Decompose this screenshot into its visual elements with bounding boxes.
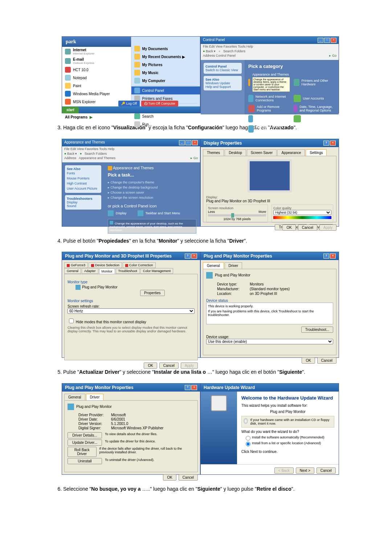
radio-auto[interactable]: Install the software automatically (Reco… (246, 435, 334, 441)
subtab[interactable]: Color Correction (123, 262, 156, 268)
help-icon[interactable]: ? (323, 254, 329, 259)
back-icon[interactable]: ● (64, 152, 66, 155)
subtab[interactable]: Device Selection (89, 262, 122, 268)
go-icon[interactable]: ▸ Go (329, 54, 336, 57)
subtab[interactable]: Adapter (82, 268, 98, 274)
tab-general[interactable]: General (203, 262, 224, 269)
sm-item[interactable]: My Recent Documents ▶ (131, 53, 200, 61)
side-link[interactable]: Fonts (67, 171, 99, 176)
all-programs[interactable]: All Programs ▶ (62, 114, 131, 120)
close-icon[interactable]: × (192, 140, 198, 145)
tab-desktop[interactable]: Desktop (225, 149, 246, 156)
cancel-button[interactable]: Cancel (159, 362, 179, 369)
switch-view-link[interactable]: Switch to Classic View (205, 68, 240, 72)
tab-screensaver[interactable]: Screen Saver (247, 149, 277, 156)
ok-button[interactable]: OK (302, 357, 315, 364)
subtab[interactable]: Troubleshoot (116, 268, 140, 274)
shutdown-button[interactable]: ⏻ Turn Off Computer (141, 101, 178, 106)
go-icon[interactable]: ▸ Go (191, 156, 198, 160)
tab-driver[interactable]: Driver (225, 262, 242, 269)
radio-list[interactable]: Install from a list or specific location… (246, 441, 334, 447)
subtab-monitor[interactable]: Monitor (99, 268, 115, 274)
cancel-button[interactable]: Cancel (179, 474, 198, 481)
ts-link[interactable]: Display (67, 200, 99, 204)
hide-modes-checkbox[interactable] (69, 319, 74, 323)
side-link[interactable]: User Account Picture (67, 186, 99, 191)
sm-item[interactable]: Search (131, 112, 200, 120)
help-icon[interactable]: ? (185, 254, 191, 259)
ok-button[interactable]: OK (282, 224, 295, 231)
sm-item[interactable]: My Pictures (131, 61, 200, 69)
driver-details-button[interactable]: Driver Details... (68, 432, 102, 438)
minimize-icon[interactable]: _ (179, 140, 185, 145)
task-link[interactable]: ▸ Change the desktop background (108, 185, 196, 190)
update-driver-button[interactable]: Update Driver... (68, 439, 102, 446)
task-link[interactable]: ▸ Change the screen resolution (108, 195, 196, 200)
help-icon[interactable]: ? (323, 141, 329, 146)
cancel-button[interactable]: Cancel (317, 467, 336, 474)
back-button[interactable]: < Back (274, 467, 294, 474)
cat-item[interactable]: Network and Internet Connections (248, 95, 290, 102)
display-icon-link[interactable]: Display (108, 210, 127, 216)
sm-item[interactable]: E-mailOutlook Express (62, 56, 131, 66)
tab-themes[interactable]: Themes (203, 149, 224, 156)
ok-button[interactable]: OK (163, 474, 176, 481)
task-link[interactable]: ▸ Choose a screen saver (108, 190, 196, 195)
maximize-icon[interactable]: □ (324, 38, 330, 43)
cat-item[interactable]: User Accounts (294, 95, 335, 102)
close-icon[interactable]: × (191, 254, 197, 259)
subtab[interactable]: Color Management (140, 268, 173, 274)
tab-general[interactable]: General (64, 394, 85, 400)
cat-item[interactable]: Performance and Maintenance (248, 125, 290, 133)
side-link[interactable]: Mouse Pointers (67, 176, 99, 181)
sm-item[interactable]: My Computer (131, 77, 200, 85)
apply-button[interactable]: Apply (319, 224, 336, 231)
cancel-button[interactable]: Cancel (298, 224, 317, 231)
forward-icon[interactable]: ● (219, 49, 220, 53)
subtab[interactable]: General (64, 268, 81, 274)
tab-appearance[interactable]: Appearance (277, 149, 305, 156)
ts-link[interactable]: Sound (67, 204, 99, 208)
sm-item[interactable]: My Music (131, 69, 200, 77)
troubleshoot-button[interactable]: Troubleshoot... (301, 327, 333, 333)
side-link[interactable]: High Contrast (67, 181, 99, 186)
help-icon[interactable]: ? (185, 385, 191, 390)
subtab[interactable]: GeForce3 (64, 262, 88, 268)
forward-icon[interactable]: ● (80, 152, 82, 155)
cat-appearance[interactable]: Appearance and ThemesChange the appearan… (248, 73, 290, 92)
sm-item[interactable]: InternetInternet Explorer (62, 47, 131, 56)
ok-button[interactable]: OK (144, 362, 157, 369)
cat-item[interactable]: Date, Time, Language, and Regional Optio… (294, 105, 335, 112)
taskbar-icon-link[interactable]: Taskbar and Start Menu (138, 210, 180, 216)
resolution-slider[interactable] (208, 214, 266, 216)
apply-button[interactable]: Apply (181, 362, 198, 369)
logoff-button[interactable]: 🔑 Log Off (118, 101, 140, 106)
tab-settings[interactable]: Settings (306, 149, 327, 156)
task-link[interactable]: ▸ Change the computer's theme (108, 180, 196, 185)
uninstall-button[interactable]: Uninstall (68, 458, 102, 464)
close-icon[interactable]: × (331, 38, 336, 43)
minimize-icon[interactable]: _ (318, 38, 323, 43)
sm-item[interactable]: Run... (131, 120, 200, 128)
maximize-icon[interactable]: □ (185, 140, 191, 145)
close-icon[interactable]: × (330, 141, 336, 146)
sm-control-panel[interactable]: Control Panel (131, 86, 200, 94)
seealso-link[interactable]: Windows Update (205, 81, 240, 85)
color-quality-select[interactable]: Highest (32 bit) (273, 210, 331, 215)
sm-item[interactable]: HCT 10.0 (62, 66, 131, 74)
close-icon[interactable]: × (191, 385, 197, 390)
seealso-link[interactable]: Help and Support (205, 85, 240, 89)
sm-item[interactable]: My Documents (131, 45, 200, 53)
cancel-button[interactable]: Cancel (317, 357, 336, 364)
device-usage-select[interactable]: Use this device (enable) (206, 339, 333, 344)
cat-item[interactable]: Sounds, Speech, and Audio Devices (248, 115, 290, 122)
refresh-rate-select[interactable]: 60 Hertz (68, 308, 195, 314)
sm-item[interactable]: Notepad (62, 74, 131, 82)
cat-item[interactable]: Add or Remove Programs (248, 105, 290, 112)
tab-driver[interactable]: Driver (86, 394, 104, 400)
cat-item[interactable]: Accessibility Options (294, 115, 335, 122)
sm-item[interactable]: Paint (62, 82, 131, 90)
next-button[interactable]: Next > (296, 467, 314, 474)
cat-item[interactable]: Printers and Other Hardware (294, 73, 335, 92)
sm-item[interactable]: Windows Media Player (62, 90, 131, 98)
